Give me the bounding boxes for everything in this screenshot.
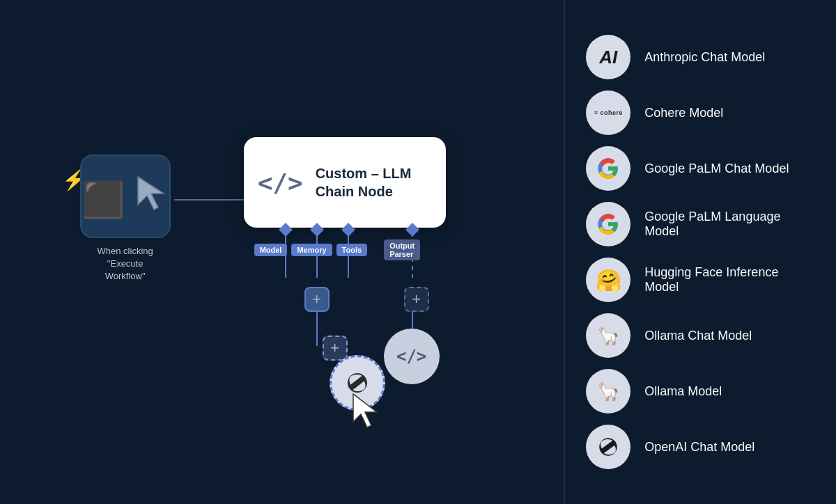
port-memory-label: Memory xyxy=(291,244,332,256)
model-list-panel: AIAnthropic Chat Model≡ cohereCohere Mod… xyxy=(564,0,836,504)
model-icon-openai xyxy=(586,425,630,469)
arrow-line xyxy=(174,199,244,200)
output-code-node[interactable]: </> xyxy=(384,329,440,384)
workflow-diagram: ⚡ ⬛ When clicking"ExecuteWorkflow" </> C… xyxy=(38,36,526,468)
model-list: AIAnthropic Chat Model≡ cohereCohere Mod… xyxy=(586,31,815,473)
arrow-connector xyxy=(174,195,252,205)
add-memory-button[interactable]: + xyxy=(304,287,330,312)
svg-marker-0 xyxy=(138,177,164,210)
port-output-label: OutputParser xyxy=(384,239,420,260)
llm-chain-node[interactable]: </> Custom – LLMChain Node xyxy=(244,137,446,228)
model-icon-ollama-chat: 🦙 xyxy=(586,313,630,358)
model-item-google-palm-chat[interactable]: Google PaLM Chat Model xyxy=(586,142,815,195)
llm-node-title: Custom – LLMChain Node xyxy=(316,164,412,200)
model-item-ollama-chat[interactable]: 🦙Ollama Chat Model xyxy=(586,309,815,362)
model-name-ollama: Ollama Model xyxy=(644,384,722,399)
model-name-openai: OpenAI Chat Model xyxy=(644,440,754,455)
add-model-button[interactable]: + xyxy=(323,336,348,361)
code-icon: </> xyxy=(258,168,303,197)
model-name-huggingface: Hugging Face Inference Model xyxy=(644,265,815,294)
model-icon-huggingface: 🤗 xyxy=(586,258,630,302)
svg-marker-1 xyxy=(353,394,377,427)
model-name-google-palm-chat: Google PaLM Chat Model xyxy=(644,162,789,176)
model-icon-google-palm-chat xyxy=(586,146,630,191)
trigger-label: When clicking"ExecuteWorkflow" xyxy=(80,245,171,283)
model-item-huggingface[interactable]: 🤗Hugging Face Inference Model xyxy=(586,253,815,306)
workflow-canvas: ⚡ ⬛ When clicking"ExecuteWorkflow" </> C… xyxy=(0,0,564,504)
add-output-button[interactable]: + xyxy=(404,287,429,312)
model-item-openai[interactable]: OpenAI Chat Model xyxy=(586,420,815,473)
model-name-cohere: Cohere Model xyxy=(644,106,723,120)
model-item-anthropic[interactable]: AIAnthropic Chat Model xyxy=(586,31,815,84)
model-name-anthropic: Anthropic Chat Model xyxy=(644,50,765,65)
port-labels: Model Memory Tools OutputParser xyxy=(254,239,421,260)
model-icon-google-palm-lang xyxy=(586,202,630,246)
model-icon-cohere: ≡ cohere xyxy=(586,90,630,135)
model-item-cohere[interactable]: ≡ cohereCohere Model xyxy=(586,86,815,139)
model-item-google-palm-lang[interactable]: Google PaLM Language Model xyxy=(586,198,815,251)
cursor-icon: ⬛ xyxy=(82,173,169,220)
model-icon-ollama: 🦙 xyxy=(586,369,630,414)
vert-line-model-2 xyxy=(316,311,318,346)
trigger-node[interactable]: ⬛ xyxy=(80,155,171,238)
model-name-ollama-chat: Ollama Chat Model xyxy=(644,329,752,343)
model-name-google-palm-lang: Google PaLM Language Model xyxy=(644,210,815,239)
port-model-label: Model xyxy=(254,244,288,256)
model-icon-anthropic: AI xyxy=(586,35,630,79)
model-item-ollama[interactable]: 🦙Ollama Model xyxy=(586,365,815,418)
drag-cursor xyxy=(350,391,382,432)
port-tools-label: Tools xyxy=(336,244,368,256)
